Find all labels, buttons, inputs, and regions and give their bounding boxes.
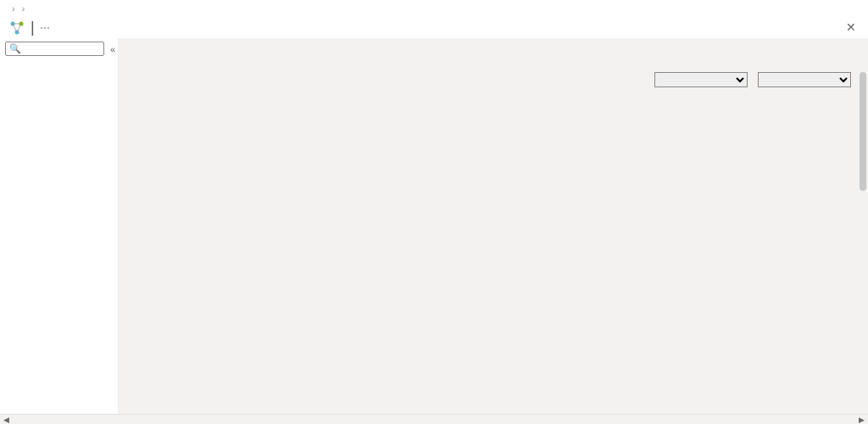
scroll-left-icon[interactable]: ◀ — [0, 416, 13, 424]
scroll-right-icon[interactable]: ▶ — [855, 416, 868, 424]
search-input-wrapper[interactable]: 🔍 — [5, 42, 104, 56]
sidebar: 🔍 « — [0, 38, 119, 418]
search-icon: 🔍 — [9, 43, 21, 54]
close-icon[interactable]: ✕ — [846, 20, 856, 34]
category-select[interactable] — [654, 72, 748, 87]
horizontal-scrollbar[interactable]: ◀ ▶ — [0, 414, 868, 424]
page-header: | ⋯ ✕ — [0, 17, 868, 36]
main-content — [119, 38, 868, 418]
page-title: | — [31, 19, 35, 36]
search-input[interactable] — [24, 44, 100, 54]
chevron-right-icon: › — [22, 3, 25, 14]
vertical-scrollbar[interactable] — [860, 72, 866, 191]
chevron-right-icon: › — [12, 3, 15, 14]
logic-app-icon — [8, 20, 25, 36]
collapse-sidebar-icon[interactable]: « — [108, 44, 118, 54]
sortby-select[interactable] — [758, 72, 851, 87]
breadcrumb: › › — [0, 0, 868, 17]
more-icon[interactable]: ⋯ — [40, 22, 50, 34]
